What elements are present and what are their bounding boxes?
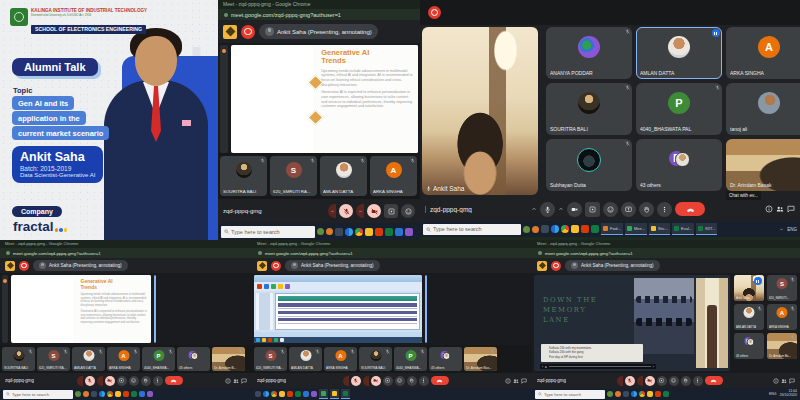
camera-options-caret[interactable] <box>363 376 369 386</box>
reactions-button[interactable] <box>401 204 415 218</box>
camera-options-caret[interactable] <box>637 376 643 386</box>
info-button[interactable] <box>773 378 779 384</box>
reactions-button[interactable] <box>669 376 679 386</box>
taskbar-app-icon[interactable] <box>123 391 129 397</box>
taskbar-app-icon[interactable] <box>271 391 277 397</box>
participant-tile[interactable]: SOURITRA BALI <box>359 347 392 371</box>
avocado-widget-icon[interactable] <box>75 391 81 397</box>
reload-icon[interactable] <box>6 251 10 255</box>
camera-off-button[interactable] <box>367 204 381 218</box>
recording-icon[interactable] <box>271 261 281 271</box>
present-button[interactable] <box>585 202 600 217</box>
taskbar-app-icon[interactable] <box>365 228 373 236</box>
taskbar-window-button[interactable]: Fwd... <box>601 223 623 235</box>
taskbar-window-button[interactable] <box>330 389 339 399</box>
tray-caret-icon[interactable] <box>779 227 784 232</box>
mic-options-caret[interactable] <box>343 376 349 386</box>
present-button[interactable] <box>384 204 398 218</box>
participant-tile[interactable]: P 4040_BHASWATA PAL <box>636 83 722 135</box>
taskbar-app-icon[interactable] <box>295 391 301 397</box>
pumpkin-widget-icon[interactable] <box>615 391 621 397</box>
media-controls[interactable]: ‹▸› <box>540 364 656 369</box>
participant-tile[interactable]: P 4040_BHASWA... <box>394 347 427 371</box>
pumpkin-widget-icon[interactable] <box>83 391 89 397</box>
chrome-url-bar[interactable]: meet.google.com/zqd-pppq-gmg?authuser=1 <box>532 248 800 258</box>
raise-hand-button[interactable] <box>407 376 417 386</box>
end-call-button[interactable] <box>431 376 449 385</box>
taskbar-app-icon[interactable] <box>541 225 549 233</box>
taskbar-search[interactable]: Type here to search <box>535 390 605 399</box>
chrome-url-bar[interactable]: meet.google.com/zqd-pppq-gmg?authuser=1 <box>0 248 252 258</box>
taskbar-app-icon[interactable] <box>263 391 269 397</box>
mic-options-caret[interactable] <box>77 376 83 386</box>
avocado-widget-icon[interactable] <box>607 391 613 397</box>
participant-tile[interactable]: Ankit Saha <box>734 275 764 301</box>
pumpkin-widget-icon[interactable] <box>532 226 539 233</box>
annotation-toolbar[interactable] <box>2 275 8 343</box>
mic-options-caret[interactable] <box>617 376 623 386</box>
taskbar-app-icon[interactable] <box>303 391 309 397</box>
speaker-video[interactable]: Ankit Saha <box>154 275 156 343</box>
avocado-widget-icon[interactable] <box>523 226 530 233</box>
info-button[interactable] <box>225 378 231 384</box>
taskbar-app-icon[interactable] <box>581 225 589 233</box>
reload-icon[interactable] <box>224 13 228 17</box>
participant-tile[interactable]: P 43 others <box>177 347 210 371</box>
participant-tile[interactable]: AMLAN DATTA <box>636 27 722 79</box>
taskbar-app-icon[interactable] <box>639 391 645 397</box>
participant-tile[interactable]: A ARKA SINGHA <box>767 304 797 330</box>
end-call-button[interactable] <box>675 202 705 216</box>
end-call-button[interactable] <box>705 376 723 385</box>
ribbon-icon[interactable] <box>257 284 262 289</box>
annotation-tool-icon[interactable] <box>223 25 237 39</box>
people-button[interactable] <box>781 378 787 384</box>
taskbar-tray[interactable]: ENG <box>779 227 797 232</box>
participant-tile[interactable]: AMLAN DATTA <box>289 347 322 371</box>
taskbar-app-icon[interactable] <box>255 391 261 397</box>
participant-tile[interactable]: A ARKA SINGHA <box>107 347 140 371</box>
taskbar-app-icon[interactable] <box>385 228 393 236</box>
camera-options-caret[interactable] <box>558 206 564 212</box>
camera-off-button[interactable] <box>645 376 655 386</box>
seek-bar[interactable] <box>549 366 651 367</box>
camera-off-button[interactable] <box>371 376 381 386</box>
camera-off-button[interactable] <box>105 376 115 386</box>
ribbon-icon[interactable] <box>285 284 290 289</box>
chat-button[interactable] <box>521 378 527 384</box>
mic-button[interactable] <box>540 202 555 217</box>
taskbar-app-icon[interactable] <box>561 225 569 233</box>
raise-hand-button[interactable] <box>141 376 151 386</box>
reactions-button[interactable] <box>129 376 139 386</box>
camera-button[interactable] <box>567 202 582 217</box>
more-options-button[interactable] <box>153 376 163 386</box>
participant-tile[interactable]: P 43 others <box>636 139 722 191</box>
taskbar-app-icon[interactable] <box>287 391 293 397</box>
reactions-button[interactable] <box>603 202 618 217</box>
taskbar-app-icon[interactable] <box>91 391 97 397</box>
participant-tile[interactable]: A ARKA SINGHA <box>324 347 357 371</box>
slide-editing-area[interactable] <box>275 293 420 330</box>
taskbar-app-icon[interactable] <box>279 391 285 397</box>
participant-tile[interactable]: P 43 others <box>429 347 462 371</box>
participant-tile[interactable]: Dr. Arindam Basak <box>726 139 800 191</box>
participant-tile[interactable]: AMLAN DATTA <box>72 347 105 371</box>
more-options-button[interactable] <box>657 202 672 217</box>
present-button[interactable] <box>383 376 393 386</box>
participant-tile[interactable]: Subhayan Dutta <box>546 139 632 191</box>
taskbar-app-icon[interactable] <box>147 391 153 397</box>
raise-hand-button[interactable] <box>639 202 654 217</box>
participant-tile[interactable]: SOURITRA BALI <box>220 156 267 196</box>
taskbar-app-icon[interactable] <box>131 391 137 397</box>
taskbar-app-icon[interactable] <box>345 228 353 236</box>
taskbar-app-icons[interactable] <box>91 391 153 397</box>
taskbar-app-icon[interactable] <box>355 228 363 236</box>
recording-icon[interactable] <box>241 25 255 39</box>
taskbar-app-icons[interactable] <box>335 228 413 236</box>
participant-tile[interactable]: S 620_SMRUTI RA... <box>37 347 70 371</box>
recording-icon[interactable] <box>19 261 29 271</box>
chrome-url-bar[interactable]: meet.google.com/zqd-pppq-gmg?authuser=1 <box>252 248 532 258</box>
ribbon-icon[interactable] <box>271 284 276 289</box>
taskbar-app-icon[interactable] <box>395 228 403 236</box>
mic-muted-button[interactable] <box>625 376 635 386</box>
taskbar-app-icons[interactable] <box>541 225 599 233</box>
